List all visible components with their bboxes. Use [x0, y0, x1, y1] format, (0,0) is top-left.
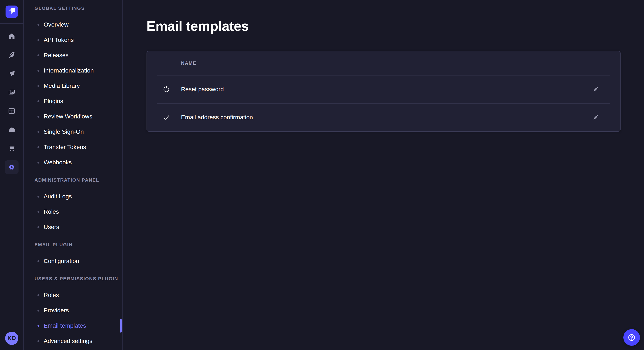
strapi-logo-glyph — [6, 5, 18, 18]
bullet-icon — [38, 162, 40, 164]
sidebar-item-releases[interactable]: Releases — [34, 48, 122, 63]
pictures-icon[interactable] — [5, 85, 18, 99]
sidebar-item-label: Roles — [44, 292, 59, 299]
section-title: GLOBAL SETTINGS — [34, 6, 122, 11]
edit-reset-password-button[interactable] — [589, 82, 602, 96]
sidebar-item-webhooks[interactable]: Webhooks — [34, 155, 122, 170]
page-title: Email templates — [146, 19, 620, 33]
subnav-section-users-permissions-plugin: USERS & PERMISSIONS PLUGIN Roles Provide… — [34, 276, 122, 349]
layout-icon[interactable] — [5, 104, 18, 118]
home-icon[interactable] — [5, 29, 18, 43]
help-button[interactable] — [623, 329, 640, 346]
pencil-icon — [592, 86, 599, 93]
sidebar-item-label: Releases — [44, 52, 68, 59]
bullet-icon — [38, 24, 40, 26]
sidebar-item-label: Single Sign-On — [44, 128, 84, 135]
sidebar-item-label: Plugins — [44, 98, 63, 105]
sidebar-item-label: Overview — [44, 21, 68, 28]
cart-icon[interactable] — [5, 142, 18, 155]
sidebar-item-transfer-tokens[interactable]: Transfer Tokens — [34, 140, 122, 155]
column-header-name: NAME — [181, 60, 196, 66]
subnav-section-administration-panel: ADMINISTRATION PANEL Audit Logs Roles Us… — [34, 178, 122, 235]
cloud-icon[interactable] — [5, 123, 18, 137]
feather-icon[interactable] — [5, 48, 18, 62]
active-indicator — [120, 319, 122, 333]
sidebar-item-admin-roles[interactable]: Roles — [34, 204, 122, 219]
sidebar-item-media-library[interactable]: Media Library — [34, 78, 122, 94]
bullet-icon — [38, 226, 40, 228]
bullet-icon — [38, 310, 40, 312]
sidebar-item-label: Media Library — [44, 82, 80, 89]
email-templates-table: NAME Reset password — [146, 51, 620, 132]
bullet-icon — [38, 54, 40, 56]
sidebar-item-label: Internationalization — [44, 67, 94, 74]
gear-icon[interactable] — [5, 160, 18, 174]
sidebar-item-providers[interactable]: Providers — [34, 303, 122, 318]
section-title: EMAIL PLUGIN — [34, 242, 122, 247]
template-name: Reset password — [181, 86, 224, 93]
sidebar-item-label: Users — [44, 224, 59, 230]
bullet-icon — [38, 211, 40, 213]
bullet-icon — [38, 131, 40, 133]
settings-subnav: GLOBAL SETTINGS Overview API Tokens Rele… — [24, 0, 123, 350]
sidebar-item-label: API Tokens — [44, 37, 74, 43]
bullet-icon — [38, 116, 40, 118]
bullet-icon — [38, 325, 40, 327]
sidebar-item-email-configuration[interactable]: Configuration — [34, 253, 122, 269]
sidebar-item-label: Audit Logs — [44, 193, 72, 200]
sidebar-item-label: Transfer Tokens — [44, 144, 86, 151]
table-row-email-address-confirmation: Email address confirmation — [147, 104, 620, 131]
rail-icon-list — [5, 24, 18, 174]
edit-email-confirmation-button[interactable] — [589, 111, 602, 124]
bullet-icon — [38, 146, 40, 148]
sidebar-item-label: Providers — [44, 307, 69, 314]
sidebar-item-label: Email templates — [44, 322, 86, 329]
sidebar-item-plugins[interactable]: Plugins — [34, 94, 122, 109]
sidebar-item-internationalization[interactable]: Internationalization — [34, 63, 122, 78]
sidebar-item-admin-users[interactable]: Users — [34, 219, 122, 235]
sidebar-item-label: Configuration — [44, 258, 79, 265]
sidebar-item-api-tokens[interactable]: API Tokens — [34, 32, 122, 48]
section-title: USERS & PERMISSIONS PLUGIN — [34, 276, 122, 281]
subnav-section-global-settings: GLOBAL SETTINGS Overview API Tokens Rele… — [34, 6, 122, 170]
sidebar-item-overview[interactable]: Overview — [34, 17, 122, 32]
sidebar-item-advanced-settings[interactable]: Advanced settings — [34, 334, 122, 349]
section-title: ADMINISTRATION PANEL — [34, 178, 122, 182]
sidebar-item-audit-logs[interactable]: Audit Logs — [34, 189, 122, 204]
check-icon — [162, 113, 170, 121]
user-avatar[interactable]: KD — [5, 332, 18, 345]
bullet-icon — [38, 340, 40, 342]
paper-plane-icon[interactable] — [5, 67, 18, 80]
sidebar-item-up-roles[interactable]: Roles — [34, 288, 122, 303]
bullet-icon — [38, 39, 40, 41]
logo-container — [0, 0, 24, 24]
bullet-icon — [38, 260, 40, 262]
sidebar-item-label: Webhooks — [44, 159, 72, 166]
sidebar-item-email-templates[interactable]: Email templates — [34, 318, 122, 334]
refresh-icon — [162, 85, 170, 93]
sidebar-item-label: Review Workflows — [44, 113, 92, 120]
table-header-row: NAME — [147, 51, 620, 75]
bullet-icon — [38, 85, 40, 87]
bullet-icon — [38, 196, 40, 197]
main-content: Email templates NAME Reset password — [123, 0, 644, 350]
template-name: Email address confirmation — [181, 114, 253, 121]
sidebar-item-review-workflows[interactable]: Review Workflows — [34, 109, 122, 124]
strapi-logo-icon[interactable] — [6, 5, 18, 18]
main-nav-rail: KD — [0, 0, 24, 350]
subnav-section-email-plugin: EMAIL PLUGIN Configuration — [34, 242, 122, 269]
bullet-icon — [38, 294, 40, 296]
sidebar-item-label: Advanced settings — [44, 338, 92, 345]
circle-question-icon — [627, 333, 636, 342]
bullet-icon — [38, 100, 40, 102]
table-row-reset-password: Reset password — [147, 75, 620, 103]
bullet-icon — [38, 70, 40, 72]
rail-footer: KD — [0, 326, 24, 350]
pencil-icon — [592, 114, 599, 121]
sidebar-item-single-sign-on[interactable]: Single Sign-On — [34, 124, 122, 140]
sidebar-item-label: Roles — [44, 208, 59, 215]
